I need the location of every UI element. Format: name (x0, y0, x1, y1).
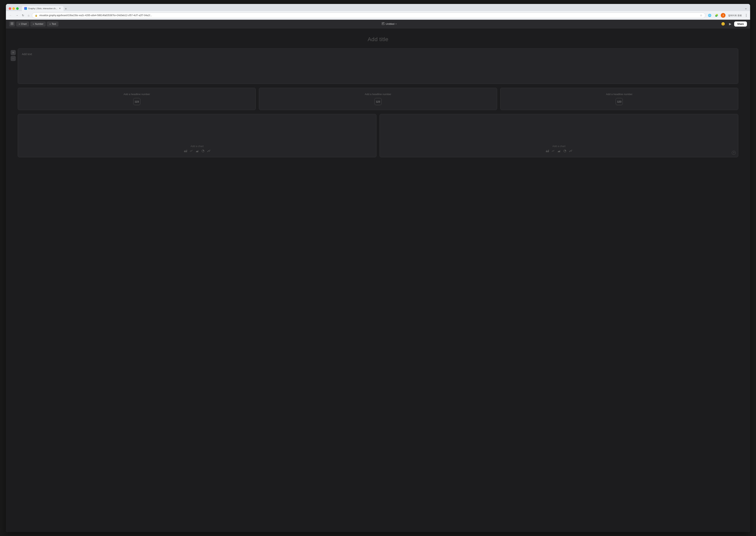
tab-close-icon[interactable]: ✕ (58, 7, 61, 10)
scatter-chart-type-button[interactable] (568, 149, 573, 153)
add-chart-label: Chart (21, 23, 27, 25)
number-card-3[interactable]: Add a headline number 123 (500, 88, 738, 110)
address-right-controls: 🌐 🧩 J 업데이트 완료 ⋮ (707, 13, 748, 18)
plus-icon: + (18, 22, 20, 26)
chart-type-toolbar-1 (183, 149, 211, 153)
svg-point-30 (571, 150, 572, 151)
text-placeholder: Add text (22, 52, 32, 56)
chevron-down-icon: ▾ (395, 23, 396, 25)
area-chart-type-button[interactable] (557, 149, 562, 153)
new-tab-button[interactable]: + (64, 7, 68, 11)
svg-rect-25 (548, 150, 549, 152)
help-icon[interactable]: ? (732, 151, 736, 155)
svg-point-21 (210, 150, 210, 151)
share-button[interactable]: Share (734, 21, 747, 27)
chart-card-1[interactable]: Add a chart (18, 114, 376, 157)
extensions-icon[interactable]: 🧩 (714, 13, 719, 17)
bar-chart-type-button[interactable] (183, 149, 188, 153)
svg-rect-16 (187, 150, 187, 152)
svg-point-29 (571, 151, 571, 151)
line-chart-type-button[interactable] (189, 149, 194, 153)
tab-title: Graphy | Slick, interactive ch... (28, 7, 57, 10)
number-cards-row: Add a headline number 123 Add a headline… (18, 88, 738, 110)
home-button[interactable]: ⌂ (27, 13, 30, 17)
chart-type-toolbar-2 (545, 149, 573, 153)
number-card-label-1: Add a headline number (123, 93, 150, 96)
svg-rect-15 (186, 151, 186, 152)
svg-rect-3 (12, 24, 13, 25)
app-toolbar: + Chart + Number + Text (6, 20, 750, 28)
update-button[interactable]: 업데이트 완료 (727, 14, 743, 17)
pie-chart-type-button[interactable] (201, 149, 205, 153)
canvas-area[interactable]: Add title ··· (6, 28, 750, 532)
back-button[interactable]: ← (8, 13, 13, 17)
plus-icon: + (33, 22, 34, 26)
svg-point-10 (14, 52, 14, 53)
resize-panel-button[interactable] (9, 21, 15, 27)
toolbar-right: 😊 ▶ Share (720, 21, 747, 27)
svg-rect-6 (382, 24, 384, 25)
maximize-window-button[interactable] (16, 7, 19, 10)
board-title-button[interactable]: Untitled ▾ (380, 21, 398, 27)
svg-rect-13 (184, 151, 185, 152)
secure-icon: 🔒 (35, 14, 38, 17)
block-more-options-button[interactable]: ··· (11, 56, 16, 61)
more-options-button[interactable]: ⋮ (744, 14, 748, 17)
svg-rect-23 (547, 150, 547, 152)
add-chart-button[interactable]: + Chart (16, 21, 29, 27)
scatter-chart-type-button[interactable] (206, 149, 211, 153)
line-chart-type-button[interactable] (551, 149, 556, 153)
number-card-label-2: Add a headline number (365, 93, 391, 96)
number-card-icon-1: 123 (133, 98, 140, 105)
tab-list-expand-icon[interactable]: ⌄ (744, 6, 747, 10)
user-avatar[interactable]: J (721, 13, 726, 18)
url-text: visualize.graphy.app/board/10ba15bc-ea2c… (39, 14, 698, 17)
svg-point-9 (13, 52, 13, 53)
svg-rect-5 (383, 22, 384, 23)
svg-rect-0 (11, 22, 12, 23)
svg-point-19 (208, 151, 209, 151)
play-button[interactable]: ▶ (728, 21, 733, 27)
emoji-reaction-button[interactable]: 😊 (720, 21, 726, 27)
board-title[interactable]: Add title (18, 36, 738, 43)
number-card-1[interactable]: Add a headline number 123 (18, 88, 256, 110)
forward-button[interactable]: → (15, 13, 19, 17)
block-handle: ··· (11, 50, 16, 61)
text-block[interactable]: Add text (18, 49, 738, 84)
svg-point-12 (14, 53, 14, 53)
title-bar: Graphy | Slick, interactive ch... ✕ + ⌄ (6, 4, 750, 11)
board-name: Untitled (386, 22, 394, 25)
add-text-button[interactable]: + Text (47, 21, 58, 27)
url-bar[interactable]: 🔒 visualize.graphy.app/board/10ba15bc-ea… (32, 13, 705, 18)
drag-handle-button[interactable] (11, 50, 16, 55)
svg-rect-24 (547, 151, 548, 152)
bookmark-icon[interactable]: ☆ (700, 14, 703, 17)
add-number-label: Number (35, 23, 44, 25)
svg-point-8 (14, 52, 14, 52)
browser-tab[interactable]: Graphy | Slick, interactive ch... ✕ (22, 6, 64, 11)
bar-chart-type-button[interactable] (545, 149, 550, 153)
chart-cards-row: Add a chart (18, 114, 738, 157)
tabs-bar: Graphy | Slick, interactive ch... ✕ + ⌄ (22, 6, 747, 11)
svg-rect-4 (382, 22, 383, 23)
number-card-label-3: Add a headline number (606, 93, 632, 96)
browser-window: Graphy | Slick, interactive ch... ✕ + ⌄ … (6, 4, 750, 532)
drag-icon (12, 51, 14, 53)
reload-button[interactable]: ↻ (21, 13, 25, 17)
minimize-window-button[interactable] (13, 7, 15, 10)
chart-card-2[interactable]: Add a chart (380, 114, 738, 157)
app-content: + Chart + Number + Text (6, 20, 750, 532)
area-chart-type-button[interactable] (195, 149, 200, 153)
number-card-icon-3: 123 (616, 98, 623, 105)
close-window-button[interactable] (9, 7, 11, 10)
add-text-label: Text (52, 23, 56, 25)
toolbar-center: Untitled ▾ (60, 21, 719, 27)
add-number-button[interactable]: + Number (30, 21, 46, 27)
svg-rect-22 (546, 151, 546, 152)
svg-point-20 (209, 151, 210, 151)
svg-point-7 (13, 52, 13, 52)
svg-point-28 (570, 151, 571, 151)
pie-chart-type-button[interactable] (563, 149, 567, 153)
translate-icon[interactable]: 🌐 (707, 13, 712, 17)
number-card-2[interactable]: Add a headline number 123 (259, 88, 497, 110)
